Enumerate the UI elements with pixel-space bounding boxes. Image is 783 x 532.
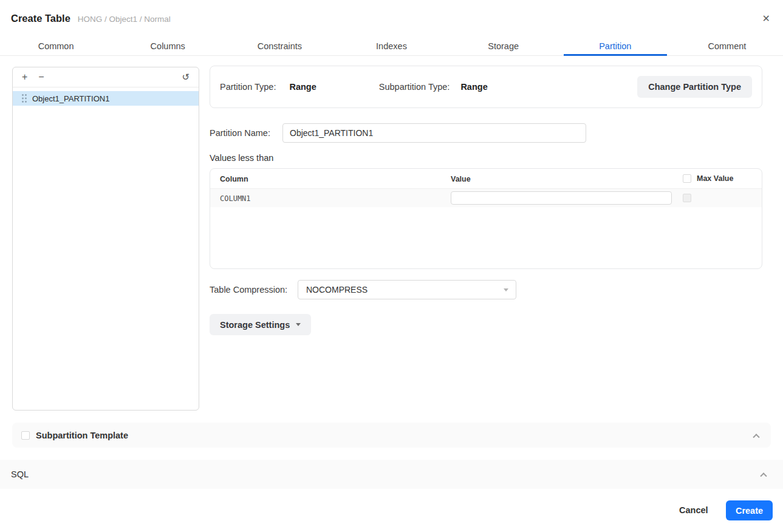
table-compression-label: Table Compression:	[210, 285, 287, 295]
subpartition-type-value: Range	[460, 82, 487, 92]
create-table-dialog: Create Table HONG / Object1 / Normal ✕ C…	[0, 0, 783, 532]
tab-indexes[interactable]: Indexes	[335, 36, 447, 55]
cancel-button[interactable]: Cancel	[679, 505, 708, 515]
max-value-header: Max Value	[697, 174, 733, 183]
page-title: Create Table	[11, 13, 70, 24]
reset-button[interactable]: ↺	[182, 72, 190, 83]
row-value-input[interactable]	[451, 191, 672, 205]
subpartition-type-label: Subpartition Type:	[379, 82, 450, 92]
storage-settings-label: Storage Settings	[220, 320, 290, 330]
chevron-up-icon	[753, 434, 759, 440]
change-partition-type-button[interactable]: Change Partition Type	[637, 76, 752, 98]
tab-common[interactable]: Common	[0, 36, 112, 55]
partition-type-value: Range	[289, 82, 316, 92]
remove-partition-button[interactable]: −	[38, 72, 44, 82]
subpartition-collapse-button[interactable]	[751, 431, 761, 440]
partition-list-toolbar: + − ↺	[13, 67, 199, 87]
tab-comment[interactable]: Comment	[671, 36, 783, 55]
subpartition-template-section: Subpartition Template	[12, 423, 771, 448]
sql-section: SQL	[0, 460, 783, 489]
breadcrumb: HONG / Object1 / Normal	[78, 15, 171, 24]
values-table-header: Column Value Max Value	[210, 169, 762, 189]
values-table: Column Value Max Value COLUMN1	[210, 168, 762, 269]
table-compression-value: NOCOMPRESS	[306, 285, 368, 295]
subpartition-template-checkbox[interactable]	[21, 431, 30, 440]
close-icon[interactable]: ✕	[762, 13, 770, 25]
values-less-than-heading: Values less than	[210, 153, 273, 163]
row-column-name: COLUMN1	[220, 194, 251, 203]
chevron-up-icon	[760, 472, 767, 479]
tab-bar: Common Columns Constraints Indexes Stora…	[0, 36, 783, 56]
value-header: Value	[451, 175, 471, 183]
drag-handle-icon[interactable]	[21, 94, 27, 103]
partition-name-input[interactable]	[282, 123, 586, 143]
partition-name-label: Partition Name:	[210, 128, 270, 138]
partition-item-name: Object1_PARTITION1	[32, 94, 109, 103]
tab-partition[interactable]: Partition	[559, 36, 671, 55]
column-header: Column	[220, 175, 248, 183]
storage-settings-button[interactable]: Storage Settings	[210, 314, 311, 335]
refresh-icon: ↺	[182, 72, 190, 82]
partition-type-label: Partition Type:	[220, 82, 276, 92]
minus-icon: −	[38, 72, 44, 82]
caret-down-icon	[296, 323, 301, 326]
table-row: COLUMN1	[210, 189, 762, 207]
tab-storage[interactable]: Storage	[448, 36, 559, 55]
dialog-header: Create Table HONG / Object1 / Normal	[11, 13, 171, 24]
subpartition-template-label: Subpartition Template	[36, 431, 128, 440]
partition-type-panel: Partition Type: Range Subpartition Type:…	[210, 66, 762, 108]
partition-list-panel: + − ↺ Object1_PARTITION1	[12, 67, 199, 411]
create-button[interactable]: Create	[726, 500, 773, 520]
sql-label: SQL	[11, 469, 29, 479]
max-value-header-checkbox[interactable]	[683, 174, 691, 183]
plus-icon: +	[22, 72, 27, 82]
partition-list-item[interactable]: Object1_PARTITION1	[13, 91, 199, 106]
sql-collapse-button[interactable]	[759, 469, 768, 479]
tab-columns[interactable]: Columns	[112, 36, 224, 55]
row-max-value-checkbox[interactable]	[683, 194, 691, 202]
tab-constraints[interactable]: Constraints	[224, 36, 335, 55]
chevron-down-icon	[504, 288, 508, 292]
add-partition-button[interactable]: +	[22, 72, 27, 82]
table-compression-select[interactable]: NOCOMPRESS	[298, 280, 516, 299]
